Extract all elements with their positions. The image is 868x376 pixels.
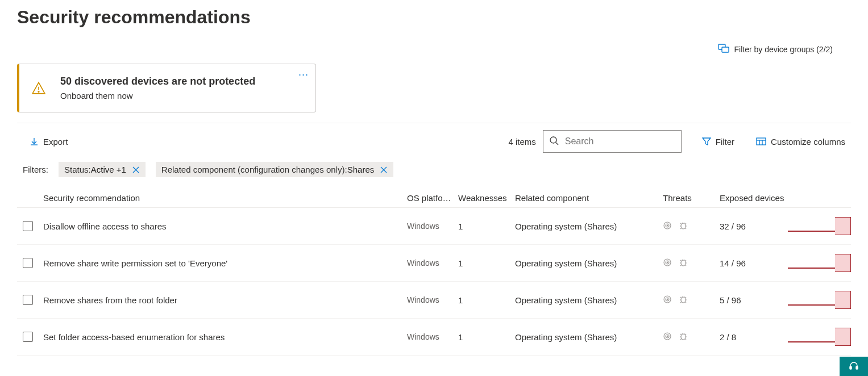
sparkline (788, 291, 851, 309)
row-threats (663, 295, 720, 306)
target-icon (663, 258, 672, 269)
table-row[interactable]: Remove share write permission set to 'Ev… (17, 245, 851, 282)
col-related-component[interactable]: Related component (515, 193, 663, 203)
row-weaknesses: 1 (458, 332, 515, 342)
filter-chip-status[interactable]: Status: Active +1 (59, 162, 146, 177)
table-header: Security recommendation OS platfo… Weakn… (17, 189, 851, 208)
row-weaknesses: 1 (458, 222, 515, 231)
svg-line-50 (685, 302, 686, 303)
divider (17, 123, 851, 123)
svg-point-43 (667, 299, 668, 300)
close-icon[interactable] (132, 166, 140, 174)
customize-columns-label: Customize columns (771, 137, 845, 147)
row-threats (663, 332, 720, 342)
bug-icon (679, 295, 688, 306)
row-weaknesses: 1 (458, 258, 515, 268)
table-row[interactable]: Disallow offline access to shares Window… (17, 208, 851, 245)
col-os-platform[interactable]: OS platfo… (407, 193, 458, 203)
svg-marker-8 (703, 138, 711, 145)
svg-line-35 (680, 260, 682, 261)
search-box[interactable] (543, 130, 682, 153)
chip-label: Status: (64, 165, 91, 174)
filter-icon (702, 137, 711, 146)
table-row[interactable]: Remove shares from the root folder Windo… (17, 282, 851, 319)
col-exposed-devices[interactable]: Exposed devices (720, 193, 788, 203)
filters-label: Filters: (23, 165, 48, 174)
device-groups-icon (718, 44, 729, 55)
export-button[interactable]: Export (24, 133, 73, 150)
bug-icon (679, 221, 688, 232)
chip-label: Related component (configuration changes… (161, 165, 347, 174)
row-related-component: Operating system (Shares) (515, 295, 663, 305)
sparkline (788, 328, 851, 346)
svg-point-6 (550, 137, 556, 143)
svg-line-25 (680, 228, 682, 229)
svg-point-19 (667, 225, 668, 226)
svg-point-3 (38, 91, 39, 93)
svg-line-47 (680, 297, 682, 298)
bug-icon (679, 258, 688, 269)
items-count: 4 items (508, 137, 535, 147)
row-related-component: Operating system (Shares) (515, 258, 663, 268)
row-checkbox[interactable] (23, 221, 33, 231)
svg-line-7 (556, 143, 558, 145)
row-checkbox[interactable] (23, 258, 33, 268)
filter-by-device-groups-label: Filter by device groups (2/2) (734, 45, 833, 54)
row-related-component: Operating system (Shares) (515, 332, 663, 342)
download-icon (30, 137, 39, 146)
col-weaknesses[interactable]: Weaknesses (458, 193, 515, 203)
filter-by-device-groups[interactable]: Filter by device groups (2/2) (17, 44, 851, 55)
svg-line-37 (680, 265, 682, 266)
filter-label: Filter (716, 137, 734, 147)
sparkline (788, 254, 851, 272)
row-exposed: 2 / 8 (720, 332, 788, 342)
svg-line-38 (685, 265, 686, 266)
customize-columns-button[interactable]: Customize columns (750, 133, 851, 150)
svg-point-31 (667, 262, 668, 263)
export-label: Export (43, 137, 68, 147)
close-icon[interactable] (380, 166, 388, 174)
table-row[interactable]: Set folder access-based enumeration for … (17, 319, 851, 356)
row-checkbox[interactable] (23, 295, 33, 305)
filter-chip-related-component[interactable]: Related component (configuration changes… (156, 162, 393, 177)
svg-rect-9 (757, 138, 766, 145)
svg-line-48 (685, 297, 686, 298)
svg-rect-1 (722, 47, 729, 52)
row-checkbox[interactable] (23, 332, 33, 342)
svg-line-26 (685, 228, 686, 229)
row-recommendation: Disallow offline access to shares (43, 222, 407, 231)
row-related-component: Operating system (Shares) (515, 222, 663, 231)
filter-button[interactable]: Filter (696, 133, 740, 150)
search-input[interactable] (565, 136, 675, 147)
row-os: Windows (407, 295, 458, 304)
col-threats[interactable]: Threats (663, 193, 720, 203)
alert-subtitle: Onboard them now (60, 91, 255, 101)
svg-line-49 (680, 302, 682, 303)
row-recommendation: Remove shares from the root folder (43, 295, 407, 305)
warning-icon (31, 80, 47, 96)
svg-point-55 (667, 336, 668, 337)
chip-value: Shares (347, 165, 375, 174)
col-recommendation[interactable]: Security recommendation (43, 193, 407, 203)
columns-icon (756, 137, 766, 146)
search-icon (549, 136, 559, 148)
chip-value: Active +1 (91, 165, 126, 174)
filter-chips-row: Filters: Status: Active +1 Related compo… (17, 162, 851, 177)
alert-card[interactable]: ··· 50 discovered devices are not protec… (17, 64, 316, 112)
svg-line-61 (680, 339, 682, 340)
bug-icon (679, 332, 688, 342)
svg-line-36 (685, 260, 686, 261)
row-exposed: 5 / 96 (720, 295, 788, 305)
more-icon[interactable]: ··· (298, 69, 309, 81)
row-exposed: 32 / 96 (720, 222, 788, 231)
row-weaknesses: 1 (458, 295, 515, 305)
svg-line-24 (685, 223, 686, 224)
row-recommendation: Set folder access-based enumeration for … (43, 332, 407, 342)
row-exposed: 14 / 96 (720, 258, 788, 268)
svg-line-60 (685, 334, 686, 335)
alert-title: 50 discovered devices are not protected (60, 76, 255, 87)
svg-line-62 (685, 339, 686, 340)
svg-line-23 (680, 223, 682, 224)
row-os: Windows (407, 332, 458, 341)
row-threats (663, 258, 720, 269)
